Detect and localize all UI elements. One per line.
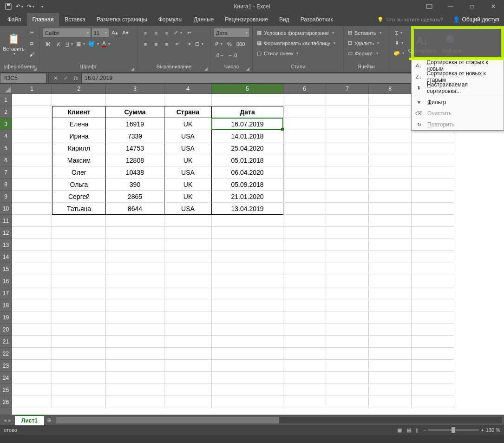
cell[interactable]: [412, 166, 454, 179]
cell[interactable]: [326, 227, 369, 239]
cell[interactable]: [412, 384, 454, 396]
cell[interactable]: 21.01.2020: [212, 191, 283, 203]
cell[interactable]: [412, 154, 454, 166]
italic-button[interactable]: К: [53, 39, 64, 49]
conditional-formatting-button[interactable]: ▦Условное форматирование▾: [255, 28, 337, 38]
cell[interactable]: [369, 287, 412, 299]
select-all-corner[interactable]: [0, 84, 12, 94]
cell[interactable]: [326, 275, 369, 287]
cell[interactable]: 14753: [106, 142, 164, 154]
cell[interactable]: [52, 275, 106, 287]
cell[interactable]: UK: [164, 191, 212, 203]
cell[interactable]: [12, 215, 52, 227]
column-header[interactable]: 6: [283, 84, 326, 94]
cell[interactable]: [12, 203, 52, 215]
fx-button[interactable]: fx: [71, 75, 81, 81]
cell[interactable]: [369, 179, 412, 191]
cell[interactable]: [12, 287, 52, 299]
cell[interactable]: [212, 348, 283, 360]
tab-формулы[interactable]: Формулы: [153, 13, 188, 26]
cell[interactable]: 14.01.2018: [212, 130, 283, 142]
cell[interactable]: [326, 324, 369, 336]
row-header[interactable]: 12: [0, 227, 12, 239]
cell[interactable]: [369, 239, 412, 251]
row-header[interactable]: 6: [0, 154, 12, 166]
cell[interactable]: [164, 239, 212, 251]
cell[interactable]: [326, 166, 369, 179]
cell[interactable]: Олег: [52, 166, 106, 179]
cell[interactable]: USA: [164, 203, 212, 215]
cell[interactable]: Татьяна: [52, 203, 106, 215]
fill-color-button[interactable]: 🪣▾: [87, 39, 100, 49]
cell[interactable]: [212, 94, 283, 106]
cell[interactable]: [326, 311, 369, 324]
cell[interactable]: [412, 142, 454, 154]
cell[interactable]: [369, 251, 412, 263]
cell[interactable]: [326, 191, 369, 203]
cell[interactable]: [412, 324, 454, 336]
cell[interactable]: [369, 142, 412, 154]
row-header[interactable]: 16: [0, 275, 12, 287]
align-top-button[interactable]: ≡: [140, 28, 151, 38]
cell[interactable]: [212, 324, 283, 336]
cell[interactable]: [326, 142, 369, 154]
cell[interactable]: [12, 275, 52, 287]
cell[interactable]: [164, 299, 212, 311]
cell[interactable]: USA: [164, 130, 212, 142]
cell[interactable]: [52, 360, 106, 372]
filter-item[interactable]: ▼Фильтр: [412, 97, 504, 108]
cell[interactable]: [369, 118, 412, 130]
cell[interactable]: [412, 239, 454, 251]
cell[interactable]: [12, 179, 52, 191]
zoom-out-button[interactable]: −: [423, 427, 426, 433]
cell[interactable]: [369, 360, 412, 372]
cell[interactable]: [283, 311, 326, 324]
cell[interactable]: [164, 275, 212, 287]
cell[interactable]: [52, 287, 106, 299]
cell[interactable]: [12, 336, 52, 348]
cell[interactable]: [326, 239, 369, 251]
ribbon-display-button[interactable]: [419, 0, 440, 13]
cell[interactable]: [369, 275, 412, 287]
cell[interactable]: [283, 299, 326, 311]
cell[interactable]: [106, 396, 164, 408]
column-header[interactable]: 8: [369, 84, 412, 94]
cell[interactable]: [106, 336, 164, 348]
row-header[interactable]: 9: [0, 191, 12, 203]
sort-newest-oldest-item[interactable]: Z↓Сортировка от новых к старым: [412, 71, 504, 82]
underline-button[interactable]: Ч▾: [64, 39, 74, 49]
row-header[interactable]: 25: [0, 384, 12, 396]
decrease-decimal-button[interactable]: ←.0: [226, 50, 238, 60]
reapply-item[interactable]: ↻Повторить: [412, 119, 504, 130]
cell[interactable]: [283, 348, 326, 360]
format-cells-button[interactable]: ▭Формат▾: [347, 48, 383, 58]
cell[interactable]: [12, 263, 52, 275]
cell[interactable]: [212, 239, 283, 251]
cell[interactable]: 06.04.2020: [212, 166, 283, 179]
cancel-formula-button[interactable]: ✕: [51, 75, 61, 81]
cell[interactable]: Ирина: [52, 130, 106, 142]
cell[interactable]: [369, 154, 412, 166]
row-header[interactable]: 8: [0, 179, 12, 191]
cell[interactable]: [283, 154, 326, 166]
cell[interactable]: [369, 336, 412, 348]
tab-главная[interactable]: Главная: [27, 13, 59, 26]
align-middle-button[interactable]: ≡: [151, 28, 161, 38]
align-center-button[interactable]: ≡: [151, 39, 161, 49]
cell[interactable]: [164, 287, 212, 299]
cell[interactable]: [106, 348, 164, 360]
cell[interactable]: [326, 251, 369, 263]
cell[interactable]: [283, 118, 326, 130]
cell[interactable]: Кирилл: [52, 142, 106, 154]
cell[interactable]: Сергей: [52, 191, 106, 203]
cell[interactable]: [369, 227, 412, 239]
cell[interactable]: [412, 299, 454, 311]
cell[interactable]: [106, 324, 164, 336]
cell[interactable]: [52, 239, 106, 251]
currency-button[interactable]: ₽▾: [214, 39, 224, 49]
view-layout-icon[interactable]: ▤: [406, 427, 411, 433]
cell[interactable]: [283, 396, 326, 408]
cell[interactable]: 2865: [106, 191, 164, 203]
custom-sort-item[interactable]: ⬍Настраиваемая сортировка...: [412, 82, 504, 93]
cell[interactable]: [52, 299, 106, 311]
